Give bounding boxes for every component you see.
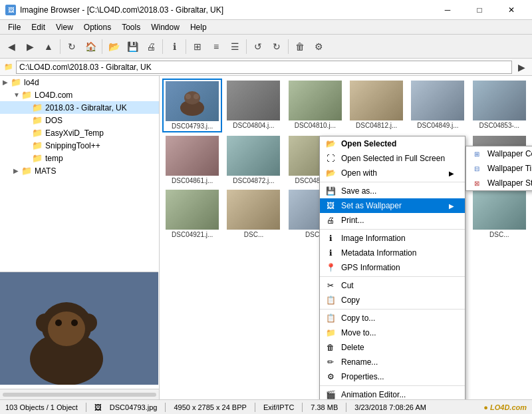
thumbnail-cell[interactable]: DSC04872.j...	[223, 134, 283, 186]
thumbnail-image	[473, 81, 526, 120]
wallpaper-submenu-icon: ⊟	[471, 163, 482, 174]
delete-button[interactable]: 🗑	[291, 38, 309, 55]
menubar-item-view[interactable]: View	[51, 21, 78, 33]
context-menu-item-move-to[interactable]: 📁Move to...	[320, 325, 465, 340]
thumbnail-label: DSC04804.j...	[233, 122, 274, 129]
thumbnail-image	[166, 190, 219, 230]
back-button[interactable]: ◀	[3, 38, 20, 55]
tree-item-easyxvid_temp[interactable]: 📁EasyXviD_Temp	[0, 126, 159, 139]
menubar-item-window[interactable]: Window	[146, 21, 185, 33]
addressbar-go-button[interactable]: ▶	[515, 61, 528, 74]
tree-item-label: 2018.03 - Gibraltar, UK	[45, 103, 127, 112]
wallpaper-submenu: ⊞Wallpaper Centered⊟Wallpaper Tiled⊠Wall…	[466, 146, 532, 191]
thumbnail-label: DSC04872.j...	[233, 177, 274, 184]
minimize-button[interactable]: ─	[432, 0, 463, 20]
context-menu-item-gps-info[interactable]: 📍GPS Information	[320, 260, 465, 275]
status-filename: DSC04793.jpg	[110, 403, 158, 411]
context-menu-item-open-selected[interactable]: 📂Open Selected	[320, 136, 465, 151]
context-menu-item-cut[interactable]: ✂Cut	[320, 278, 465, 293]
sidebar-hscroll[interactable]	[0, 389, 159, 399]
home-button[interactable]: 🏠	[82, 38, 99, 55]
menubar-item-options[interactable]: Options	[78, 21, 116, 33]
rotate-left-button[interactable]: ↺	[249, 38, 267, 55]
thumbnail-cell[interactable]: DSC04849.j...	[408, 79, 467, 132]
status-logo: ● LO4D.com	[483, 403, 527, 411]
window-controls[interactable]: ─ □ ✕	[432, 0, 527, 20]
menubar-item-file[interactable]: File	[3, 21, 26, 33]
tree-expand-icon[interactable]: ▶	[3, 79, 11, 86]
up-button[interactable]: ▲	[40, 38, 57, 55]
thumbnail-label: DSC04810.j...	[295, 122, 336, 129]
context-menu-separator	[320, 309, 465, 310]
context-menu-item-properties[interactable]: ⚙Properties...	[320, 369, 465, 384]
app-icon: 🖼	[5, 5, 16, 15]
context-menu-item-copy[interactable]: 📋Copy	[320, 293, 465, 308]
tree-item-snippingtool++[interactable]: 📁SnippingTool++	[0, 139, 159, 152]
thumbnail-cell[interactable]: DSC...	[223, 188, 283, 240]
rotate-right-button[interactable]: ↻	[268, 38, 285, 55]
context-menu-item-animation-editor[interactable]: 🎬Animation Editor...	[320, 387, 465, 399]
thumbnail-label: DSC...	[244, 231, 263, 238]
forward-button[interactable]: ▶	[21, 38, 39, 55]
folder-icon: 📁	[32, 103, 43, 112]
thumbnail-cell[interactable]: DSC04812.j...	[346, 79, 406, 132]
context-menu-icon: 📂	[325, 138, 336, 149]
thumbnail-cell[interactable]: DSC...	[469, 188, 529, 240]
context-menu-separator	[320, 276, 465, 277]
svg-point-10	[186, 94, 191, 99]
thumbnail-cell[interactable]: DSC04853-...	[469, 79, 529, 132]
context-menu-icon: ℹ	[325, 248, 336, 258]
view-detail-button[interactable]: ☰	[226, 38, 243, 55]
context-menu-separator	[320, 385, 465, 386]
folder-icon: 📁	[32, 128, 43, 138]
context-menu-item-save-as[interactable]: 💾Save as...	[320, 184, 465, 198]
thumbnail-cell[interactable]: DSC04861.j...	[162, 134, 222, 186]
menubar-item-tools[interactable]: Tools	[116, 21, 146, 33]
context-menu-label: Open Selected in Full Screen	[341, 154, 445, 163]
context-menu-item-image-info[interactable]: ℹImage Information	[320, 231, 465, 246]
context-menu-item-open-with[interactable]: 📂Open with▶	[320, 166, 465, 180]
tree-item-temp[interactable]: 📁temp	[0, 152, 159, 164]
addressbar-input[interactable]	[16, 61, 512, 74]
thumbnail-cell[interactable]: DSC04810.j...	[285, 79, 345, 132]
view-list-button[interactable]: ≡	[207, 38, 225, 55]
tree-expand-icon[interactable]: ▶	[13, 167, 21, 174]
refresh-button[interactable]: ↻	[63, 38, 80, 55]
context-menu-icon: 📋	[325, 313, 336, 323]
context-menu-icon: ✂	[325, 280, 336, 291]
tree-item-lo4d.com[interactable]: ▼📁LO4D.com	[0, 89, 159, 101]
view-thumbs-button[interactable]: ⊞	[189, 38, 206, 55]
context-menu-item-delete[interactable]: 🗑Delete	[320, 340, 465, 355]
thumbnail-image	[411, 81, 464, 120]
close-button[interactable]: ✕	[496, 0, 527, 20]
context-menu-item-copy-to[interactable]: 📋Copy to...	[320, 311, 465, 325]
maximize-button[interactable]: □	[464, 0, 495, 20]
settings-button[interactable]: ⚙	[310, 38, 327, 55]
info-button[interactable]: ℹ	[166, 38, 183, 55]
tree-item-lo4d[interactable]: ▶📁lo4d	[0, 76, 159, 89]
open-button[interactable]: 📂	[105, 38, 122, 55]
context-menu-item-open-fullscreen[interactable]: ⛶Open Selected in Full Screen	[320, 151, 465, 166]
tree-expand-icon[interactable]: ▼	[13, 91, 21, 99]
tree-item-2018.03---gibraltar,-uk[interactable]: 📁2018.03 - Gibraltar, UK	[0, 101, 159, 114]
print-button[interactable]: 🖨	[142, 38, 160, 55]
context-menu-item-metadata-info[interactable]: ℹMetadata Information	[320, 246, 465, 260]
tree-item-dos[interactable]: 📁DOS	[0, 114, 159, 126]
menubar-item-edit[interactable]: Edit	[26, 21, 51, 33]
context-menu-label: Animation Editor...	[341, 390, 406, 399]
menubar-item-help[interactable]: Help	[185, 21, 212, 33]
context-menu-item-set-wallpaper[interactable]: 🖼Set as Wallpaper▶	[320, 198, 465, 213]
tree-item-mats[interactable]: ▶📁MATS	[0, 164, 159, 177]
context-menu-item-rename[interactable]: ✏Rename...	[320, 355, 465, 369]
wallpaper-submenu-item-wp-tiled[interactable]: ⊟Wallpaper Tiled	[466, 161, 532, 176]
thumbnail-cell[interactable]: DSC04804.j...	[223, 79, 283, 132]
thumbnail-cell[interactable]: DSC04921.j...	[162, 188, 222, 240]
context-menu-item-print[interactable]: 🖨Print...	[320, 213, 465, 228]
submenu-arrow-icon: ▶	[449, 170, 454, 177]
wallpaper-submenu-item-wp-centered[interactable]: ⊞Wallpaper Centered	[466, 146, 532, 161]
save-button[interactable]: 💾	[124, 38, 141, 55]
thumbnail-cell[interactable]: DSC04793.j...	[162, 79, 222, 132]
wallpaper-submenu-item-wp-stretched[interactable]: ⊠Wallpaper Stretched	[466, 176, 532, 190]
context-menu-label: GPS Information	[341, 263, 400, 272]
context-menu-label: Image Information	[341, 234, 406, 243]
